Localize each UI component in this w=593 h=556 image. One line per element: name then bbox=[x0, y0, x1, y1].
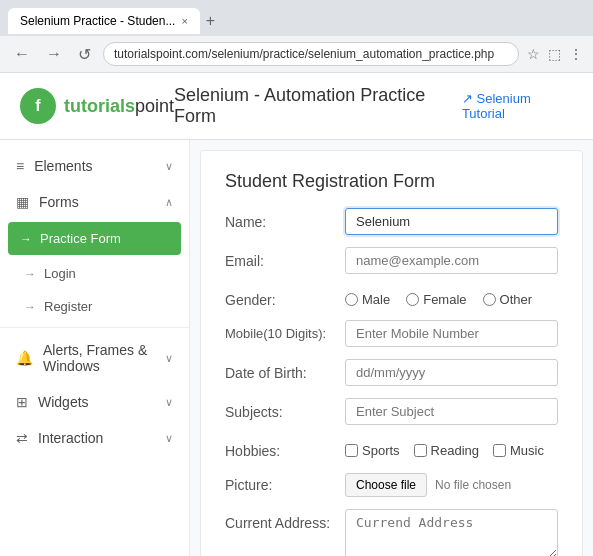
sidebar-item-interaction[interactable]: ⇄ Interaction ∨ bbox=[0, 420, 189, 456]
logo-suffix: point bbox=[135, 96, 174, 116]
female-label: Female bbox=[423, 292, 466, 307]
subjects-input[interactable] bbox=[345, 398, 558, 425]
mobile-row: Mobile(10 Digits): bbox=[225, 320, 558, 347]
sidebar: ≡ Elements ∨ ▦ Forms ∧ → Practice Form →… bbox=[0, 140, 190, 556]
hobby-sports[interactable]: Sports bbox=[345, 443, 400, 458]
sidebar-item-forms[interactable]: ▦ Forms ∧ bbox=[0, 184, 189, 220]
forms-icon: ▦ bbox=[16, 194, 29, 210]
mobile-input[interactable] bbox=[345, 320, 558, 347]
chevron-elements: ∨ bbox=[165, 160, 173, 173]
extensions-icon[interactable]: ⬚ bbox=[548, 46, 561, 62]
tab-bar: Selenium Practice - Studen... × + bbox=[0, 0, 593, 36]
picture-row: Picture: Choose file No file chosen bbox=[225, 471, 558, 497]
login-label: Login bbox=[44, 266, 76, 281]
no-file-label: No file chosen bbox=[435, 478, 511, 492]
sidebar-item-practice-form[interactable]: → Practice Form bbox=[8, 222, 181, 255]
chevron-alerts: ∨ bbox=[165, 352, 173, 365]
name-row: Name: bbox=[225, 208, 558, 235]
sports-label: Sports bbox=[362, 443, 400, 458]
dob-label: Date of Birth: bbox=[225, 359, 345, 381]
subjects-control bbox=[345, 398, 558, 425]
sidebar-divider-1 bbox=[0, 327, 189, 328]
address-input[interactable] bbox=[103, 42, 519, 66]
gender-other[interactable]: Other bbox=[483, 292, 533, 307]
dob-control bbox=[345, 359, 558, 386]
main-layout: ≡ Elements ∨ ▦ Forms ∧ → Practice Form →… bbox=[0, 140, 593, 556]
address-icons: ☆ ⬚ ⋮ bbox=[527, 46, 583, 62]
subjects-label: Subjects: bbox=[225, 398, 345, 420]
email-control bbox=[345, 247, 558, 274]
gender-male[interactable]: Male bbox=[345, 292, 390, 307]
gender-options: Male Female Other bbox=[345, 286, 558, 307]
address-control bbox=[345, 509, 558, 556]
arrow-practice: → bbox=[20, 232, 32, 246]
address-textarea[interactable] bbox=[345, 509, 558, 556]
back-btn[interactable]: ← bbox=[10, 43, 34, 65]
elements-icon: ≡ bbox=[16, 158, 24, 174]
dob-row: Date of Birth: bbox=[225, 359, 558, 386]
checkbox-reading[interactable] bbox=[414, 444, 427, 457]
chevron-interaction: ∨ bbox=[165, 432, 173, 445]
page-title: Selenium - Automation Practice Form bbox=[174, 85, 462, 127]
widgets-label: Widgets bbox=[38, 394, 89, 410]
address-row: Current Address: bbox=[225, 509, 558, 556]
hobbies-row: Hobbies: Sports Reading Music bbox=[225, 437, 558, 459]
email-row: Email: bbox=[225, 247, 558, 274]
form-title: Student Registration Form bbox=[225, 171, 558, 192]
dob-input[interactable] bbox=[345, 359, 558, 386]
menu-icon[interactable]: ⋮ bbox=[569, 46, 583, 62]
hobbies-options: Sports Reading Music bbox=[345, 437, 558, 458]
address-bar: ← → ↺ ☆ ⬚ ⋮ bbox=[0, 36, 593, 72]
checkbox-music[interactable] bbox=[493, 444, 506, 457]
gender-label: Gender: bbox=[225, 286, 345, 308]
chevron-forms: ∧ bbox=[165, 196, 173, 209]
logo-area: f tutorialspoint bbox=[20, 88, 174, 124]
arrow-register: → bbox=[24, 300, 36, 314]
bookmark-icon[interactable]: ☆ bbox=[527, 46, 540, 62]
checkbox-sports[interactable] bbox=[345, 444, 358, 457]
logo-prefix: tutorials bbox=[64, 96, 135, 116]
sidebar-item-widgets[interactable]: ⊞ Widgets ∨ bbox=[0, 384, 189, 420]
sidebar-label-elements: Elements bbox=[34, 158, 92, 174]
alerts-label: Alerts, Frames & Windows bbox=[43, 342, 165, 374]
radio-female[interactable] bbox=[406, 293, 419, 306]
subjects-row: Subjects: bbox=[225, 398, 558, 425]
gender-row: Gender: Male Female Other bbox=[225, 286, 558, 308]
practice-form-label: Practice Form bbox=[40, 231, 121, 246]
address-label: Current Address: bbox=[225, 509, 345, 531]
gender-female[interactable]: Female bbox=[406, 292, 466, 307]
forward-btn[interactable]: → bbox=[42, 43, 66, 65]
widgets-icon: ⊞ bbox=[16, 394, 28, 410]
new-tab-btn[interactable]: + bbox=[200, 6, 221, 36]
name-input[interactable] bbox=[345, 208, 558, 235]
browser-chrome: Selenium Practice - Studen... × + ← → ↺ … bbox=[0, 0, 593, 73]
mobile-label: Mobile(10 Digits): bbox=[225, 320, 345, 341]
sidebar-item-login[interactable]: → Login bbox=[0, 257, 189, 290]
form-area: Student Registration Form Name: Email: G… bbox=[200, 150, 583, 556]
email-input[interactable] bbox=[345, 247, 558, 274]
picture-label: Picture: bbox=[225, 471, 345, 493]
sidebar-item-elements[interactable]: ≡ Elements ∨ bbox=[0, 148, 189, 184]
active-tab[interactable]: Selenium Practice - Studen... × bbox=[8, 8, 200, 34]
tab-title: Selenium Practice - Studen... bbox=[20, 14, 175, 28]
other-label: Other bbox=[500, 292, 533, 307]
hobbies-label: Hobbies: bbox=[225, 437, 345, 459]
radio-male[interactable] bbox=[345, 293, 358, 306]
tutorial-link[interactable]: ↗ Selenium Tutorial bbox=[462, 91, 573, 121]
choose-file-btn[interactable]: Choose file bbox=[345, 473, 427, 497]
sidebar-item-alerts[interactable]: 🔔 Alerts, Frames & Windows ∨ bbox=[0, 332, 189, 384]
hobby-reading[interactable]: Reading bbox=[414, 443, 479, 458]
sidebar-item-register[interactable]: → Register bbox=[0, 290, 189, 323]
bell-icon: 🔔 bbox=[16, 350, 33, 366]
mobile-control bbox=[345, 320, 558, 347]
name-label: Name: bbox=[225, 208, 345, 230]
radio-other[interactable] bbox=[483, 293, 496, 306]
logo-icon: f bbox=[20, 88, 56, 124]
tab-close-btn[interactable]: × bbox=[181, 15, 187, 27]
hobby-music[interactable]: Music bbox=[493, 443, 544, 458]
picture-control: Choose file No file chosen bbox=[345, 471, 558, 497]
logo-text: tutorialspoint bbox=[64, 96, 174, 117]
interaction-label: Interaction bbox=[38, 430, 103, 446]
refresh-btn[interactable]: ↺ bbox=[74, 43, 95, 66]
page-header: f tutorialspoint Selenium - Automation P… bbox=[0, 73, 593, 140]
